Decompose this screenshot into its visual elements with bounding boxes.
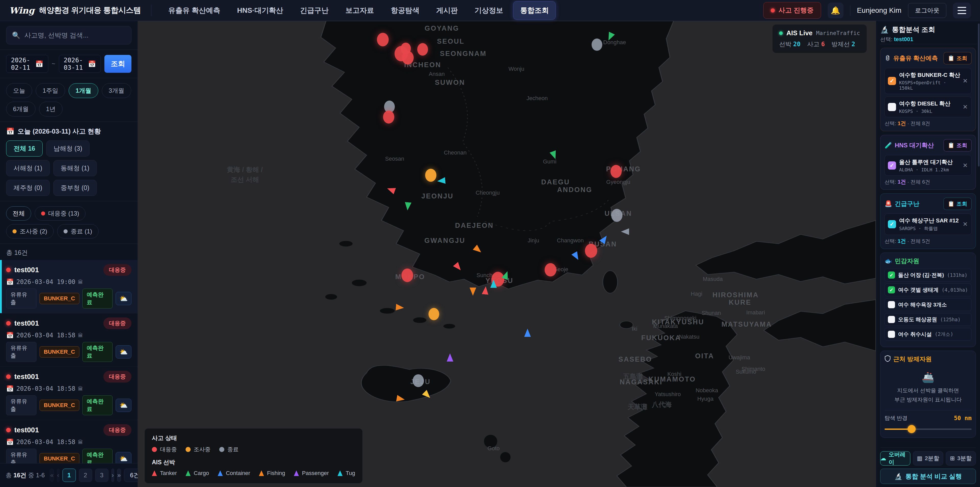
remove-item-button[interactable]: ✕ — [963, 104, 968, 110]
incident-tag: BUNKER_C — [40, 346, 80, 358]
incident-list-item[interactable]: test001대응중📅2026-03-04 18:58🏛유류유출BUNKER_C… — [0, 367, 138, 420]
incident-marker-red[interactable] — [545, 263, 556, 276]
incident-marker-gray[interactable] — [611, 209, 622, 222]
region-chip[interactable]: 제주청 (0) — [6, 180, 50, 196]
nav-item-통합조회[interactable]: 통합조회 — [513, 1, 555, 20]
sensitive-resource-item[interactable]: 오동도 해상공원(125ha) — [885, 313, 972, 326]
incident-marker-gray[interactable] — [413, 374, 424, 387]
region-chip[interactable]: 남해청 (3) — [46, 141, 90, 156]
incident-marker-red[interactable] — [383, 110, 394, 124]
incident-marker-orange[interactable] — [425, 169, 436, 182]
nav-item-항공탐색[interactable]: 항공탐색 — [384, 2, 426, 19]
last-page-button[interactable]: » — [117, 469, 121, 482]
status-chip[interactable]: 대응중 (13) — [35, 206, 86, 220]
radius-slider[interactable] — [885, 425, 972, 433]
view-mode-오버레이[interactable]: ☁오버레이 — [880, 451, 910, 466]
incident-marker-red[interactable] — [377, 33, 389, 46]
incident-list-item[interactable]: test001대응중📅2026-03-04 19:00🏛유류유출BUNKER_C… — [0, 260, 138, 313]
incident-marker-orange[interactable] — [428, 308, 439, 320]
resource-checkbox[interactable] — [888, 331, 895, 338]
status-chip[interactable]: 전체 — [6, 206, 31, 220]
analysis-checkbox[interactable]: ✓ — [888, 77, 896, 85]
page-button-1[interactable]: 1 — [62, 469, 76, 482]
range-chip-1주일[interactable]: 1주일 — [36, 83, 65, 98]
range-chip-3개월[interactable]: 3개월 — [102, 83, 131, 98]
status-chip[interactable]: 조사중 (2) — [6, 224, 54, 238]
page-button-2[interactable]: 2 — [79, 469, 92, 482]
sensitive-resource-item[interactable]: 여수 해수욕장 3개소 — [885, 298, 972, 311]
nav-item-보고자료[interactable]: 보고자료 — [339, 2, 380, 19]
remove-item-button[interactable]: ✕ — [963, 77, 968, 85]
legend-triangle-icon — [259, 470, 264, 476]
remove-item-button[interactable]: ✕ — [963, 220, 968, 228]
range-chip-1년[interactable]: 1년 — [39, 102, 62, 117]
nav-item-HNS·대기확산[interactable]: HNS·대기확산 — [231, 2, 290, 19]
view-mode-2분할[interactable]: ▥2분할 — [913, 451, 943, 466]
analysis-checkbox[interactable]: ✓ — [888, 220, 896, 228]
region-chip[interactable]: 서해청 (1) — [6, 160, 50, 176]
slider-thumb[interactable] — [907, 425, 916, 433]
agency-icon: 🏛 — [78, 439, 83, 445]
region-chip[interactable]: 중부청 (0) — [53, 180, 97, 196]
search-input[interactable]: 🔍 사고명, 선박명 검색... — [6, 26, 131, 45]
range-chip-6개월[interactable]: 6개월 — [6, 102, 35, 117]
status-chip[interactable]: 종료 (1) — [57, 224, 99, 238]
weather-button[interactable]: ⛅ — [116, 452, 131, 463]
nav-item-기상정보[interactable]: 기상정보 — [468, 2, 510, 19]
sensitive-resource-item[interactable]: ✓돌산 어장 (김·전복)(131ha) — [885, 269, 972, 281]
nav-item-유출유 확산예측[interactable]: 유출유 확산예측 — [162, 2, 227, 19]
sensitive-resource-item[interactable]: ✓여수 갯벌 생태계(4,013ha) — [885, 283, 972, 296]
remove-item-button[interactable]: ✕ — [963, 162, 968, 169]
prev-page-button[interactable]: ‹ — [57, 469, 59, 482]
nav-item-긴급구난[interactable]: 긴급구난 — [293, 2, 335, 19]
resource-checkbox[interactable]: ✓ — [888, 286, 895, 294]
incident-marker-red[interactable] — [585, 244, 597, 258]
analysis-checkbox[interactable] — [888, 103, 896, 111]
notifications-button[interactable]: 🔔 — [828, 3, 843, 18]
weather-button[interactable]: ⛅ — [116, 292, 131, 305]
incident-marker-red[interactable] — [401, 269, 413, 282]
incident-marker-red[interactable] — [611, 165, 622, 178]
incident-list-item[interactable]: test001대응중📅2026-03-04 18:58🏛유류유출BUNKER_C… — [0, 420, 138, 463]
next-page-button[interactable]: › — [111, 469, 114, 482]
page-button-3[interactable]: 3 — [95, 469, 108, 482]
weather-button[interactable]: ⛅ — [116, 399, 131, 412]
incident-marker-red[interactable] — [401, 43, 411, 54]
date-to-input[interactable]: 2026-03-11 📅 — [59, 55, 101, 73]
weather-button[interactable]: ⛅ — [116, 345, 131, 359]
first-page-button[interactable]: « — [50, 469, 54, 482]
incident-list-item[interactable]: test001대응중📅2026-03-04 18:58🏛유류유출BUNKER_C… — [0, 313, 138, 367]
incident-marker-gray[interactable] — [592, 38, 602, 51]
analysis-item[interactable]: ✓여수 해상구난 SAR #12SAROPS · 확률맵✕ — [885, 214, 972, 235]
range-chip-오늘[interactable]: 오늘 — [6, 83, 32, 98]
legend-ship-item: Container — [218, 470, 250, 477]
view-mode-3분할[interactable]: ⊞3분할 — [946, 451, 976, 466]
panel-scrollbar[interactable] — [978, 24, 980, 166]
region-chip[interactable]: 동해청 (1) — [53, 160, 97, 176]
analysis-item[interactable]: 여수항 DIESEL 확산KOSPS · 30kL✕ — [885, 97, 972, 117]
menu-button[interactable] — [953, 3, 971, 18]
date-from-input[interactable]: 2026-02-11 📅 — [6, 55, 48, 73]
date-query-button[interactable]: 조회 — [104, 55, 131, 73]
logout-button[interactable]: 로그아웃 — [908, 3, 946, 18]
card-query-button[interactable]: 📋조회 — [943, 198, 972, 210]
region-chip[interactable]: 전체 16 — [6, 141, 43, 156]
analysis-item[interactable]: ✓여수항 BUNKER-C 확산KOSPS+OpenDrift · 150kL✕ — [885, 68, 972, 94]
resource-checkbox[interactable] — [888, 316, 895, 323]
range-chip-1개월[interactable]: 1개월 — [68, 83, 98, 98]
analysis-item[interactable]: ✓울산 톨루엔 대기확산ALOHA · IDLH 1.2km✕ — [885, 155, 972, 176]
map-canvas[interactable]: GOYANGSEOULSEONGNAMINCHEONAnsanSUWONWonj… — [138, 21, 876, 487]
resource-checkbox[interactable]: ✓ — [888, 271, 895, 279]
sensitive-resource-item[interactable]: 여수 취수시설(2개소) — [885, 328, 972, 341]
incident-active-badge[interactable]: 사고 진행중 — [763, 2, 821, 19]
incident-tag: 유류유출 — [6, 289, 37, 308]
run-analysis-button[interactable]: 🔬 통합 분석 비교 실행 — [880, 469, 976, 484]
card-query-button[interactable]: 📋조회 — [943, 52, 972, 64]
analysis-checkbox[interactable]: ✓ — [888, 161, 896, 169]
incident-tag: 예측완료 — [83, 289, 113, 308]
incident-marker-red[interactable] — [417, 43, 428, 56]
calendar-icon: 📅 — [35, 60, 43, 68]
card-query-button[interactable]: 📋조회 — [943, 139, 972, 152]
nav-item-게시판[interactable]: 게시판 — [430, 2, 464, 19]
resource-checkbox[interactable] — [888, 301, 895, 308]
